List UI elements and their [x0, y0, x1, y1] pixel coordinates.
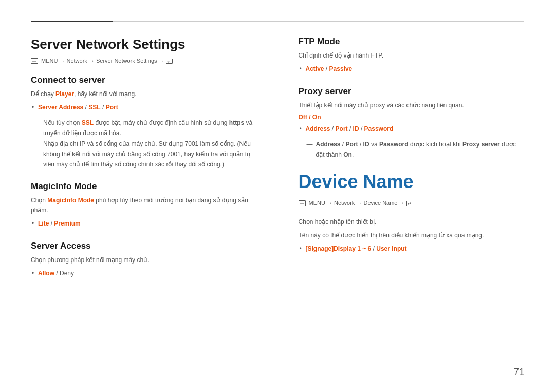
ftp-mode-section: FTP Mode Chỉ định chế độ vận hành FTP. A…: [299, 36, 525, 75]
left-section-title: Server Network Settings: [31, 36, 257, 52]
magicinfo-mode-body: Chọn MagicInfo Mode phù hợp tùy theo môi…: [31, 196, 257, 215]
device-name-title: Device Name: [299, 171, 525, 193]
bullet-lite-premium: Lite / Premium: [38, 218, 257, 230]
bullet-signage-display: [Signage]Display 1 ~ 6 / User Input: [306, 244, 525, 255]
proxy-dash-note: Address / Port / ID và Password được kíc…: [309, 139, 525, 160]
magicinfo-mode-section: MagicInfo Mode Chọn MagicInfo Mode phù h…: [31, 181, 257, 230]
server-access-section: Server Access Chọn phương pháp kết nối m…: [31, 241, 257, 279]
left-menu-path-text: MENU → Network → Server Network Settings…: [41, 58, 173, 64]
device-name-menu-path-text: MENU → Network → Device Name → ↵: [309, 200, 413, 206]
bullet-active-passive: Active / Passive: [306, 64, 525, 75]
connect-to-server-title: Connect to server: [31, 75, 257, 85]
dash-ip-note: Nhập địa chỉ IP và số cổng của máy chủ. …: [38, 139, 257, 170]
left-menu-path: MENU → Network → Server Network Settings…: [31, 58, 257, 64]
bullet-allow-deny: Allow / Deny: [38, 268, 257, 279]
main-content: Server Network Settings MENU → Network →…: [31, 36, 524, 291]
ftp-mode-bullets: Active / Passive: [299, 64, 525, 75]
page-number: 71: [514, 367, 524, 378]
proxy-server-body: Thiết lập kết nối máy chủ proxy và các c…: [299, 101, 525, 110]
device-name-section: Device Name MENU → Network → Device Name…: [299, 171, 525, 254]
connect-to-server-bullets: Server Address / SSL / Port: [31, 102, 257, 114]
device-name-menu-path: MENU → Network → Device Name → ↵: [299, 200, 525, 206]
device-name-body2: Tên này có thể được hiển thị trên điều k…: [299, 231, 525, 240]
proxy-server-section: Proxy server Thiết lập kết nối máy chủ p…: [299, 86, 525, 160]
proxy-server-bullets: Address / Port / ID / Password: [299, 124, 525, 135]
proxy-off-on: Off / On: [299, 114, 525, 121]
ftp-mode-title: FTP Mode: [299, 36, 525, 47]
connect-to-server-body: Để chạy Player, hãy kết nối với mạng.: [31, 89, 257, 99]
ftp-mode-body: Chỉ định chế độ vận hành FTP.: [299, 51, 525, 61]
top-rule-dark: [31, 21, 113, 22]
proxy-server-title: Proxy server: [299, 86, 525, 97]
right-column: FTP Mode Chỉ định chế độ vận hành FTP. A…: [288, 36, 525, 291]
dash-ssl-note: Nếu tùy chọn SSL được bật, máy chủ được …: [38, 118, 257, 139]
left-column: Server Network Settings MENU → Network →…: [31, 36, 267, 291]
server-access-bullets: Allow / Deny: [31, 268, 257, 279]
top-rule: [31, 21, 524, 22]
server-access-body: Chọn phương pháp kết nối mạng máy chủ.: [31, 255, 257, 265]
connect-to-server-section: Connect to server Để chạy Player, hãy kế…: [31, 75, 257, 170]
device-name-bullets: [Signage]Display 1 ~ 6 / User Input: [299, 244, 525, 255]
bullet-server-address: Server Address / SSL / Port: [38, 102, 257, 114]
menu-icon: [31, 58, 38, 64]
page-container: Server Network Settings MENU → Network →…: [0, 0, 555, 311]
magicinfo-mode-bullets: Lite / Premium: [31, 218, 257, 230]
device-menu-icon: [299, 200, 306, 206]
bullet-address-port-id-password: Address / Port / ID / Password: [306, 124, 525, 135]
magicinfo-mode-title: MagicInfo Mode: [31, 181, 257, 192]
server-access-title: Server Access: [31, 241, 257, 251]
proxy-indent-note: Address / Port / ID và Password được kíc…: [299, 139, 525, 160]
device-name-body1: Chọn hoặc nhập tên thiết bị.: [299, 217, 525, 227]
top-rule-light: [113, 21, 524, 22]
connect-to-server-dashes: Nếu tùy chọn SSL được bật, máy chủ được …: [31, 118, 257, 170]
